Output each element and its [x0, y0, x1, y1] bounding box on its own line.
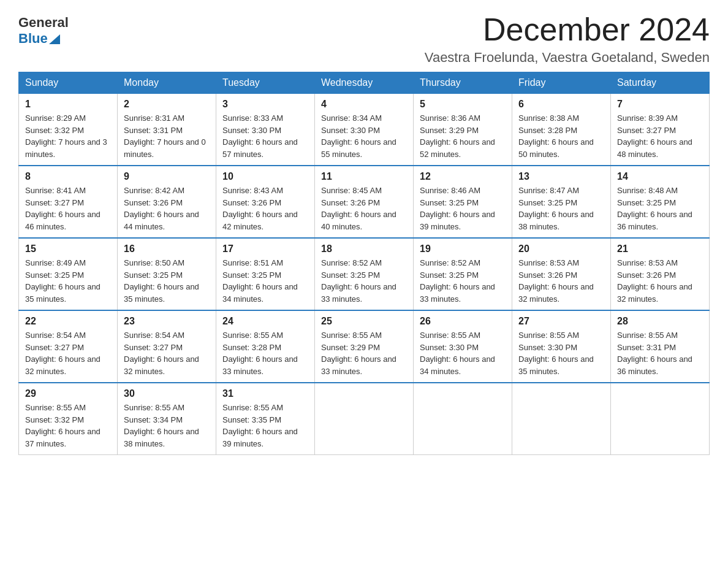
day-info: Sunrise: 8:47 AMSunset: 3:25 PMDaylight:…: [518, 185, 604, 232]
weekday-header-monday: Monday: [118, 72, 216, 94]
day-number: 2: [124, 99, 210, 110]
calendar-cell: 7 Sunrise: 8:39 AMSunset: 3:27 PMDayligh…: [611, 94, 710, 166]
day-info: Sunrise: 8:48 AMSunset: 3:25 PMDaylight:…: [617, 185, 703, 232]
day-number: 7: [617, 99, 703, 110]
day-info: Sunrise: 8:33 AMSunset: 3:30 PMDaylight:…: [222, 112, 308, 160]
calendar-cell: 27 Sunrise: 8:55 AMSunset: 3:30 PMDaylig…: [512, 310, 611, 383]
day-number: 4: [321, 99, 407, 110]
calendar-cell: 23 Sunrise: 8:54 AMSunset: 3:27 PMDaylig…: [118, 310, 216, 383]
calendar-cell: 20 Sunrise: 8:53 AMSunset: 3:26 PMDaylig…: [512, 238, 611, 310]
calendar-cell: 21 Sunrise: 8:53 AMSunset: 3:26 PMDaylig…: [611, 238, 710, 310]
calendar-cell: 9 Sunrise: 8:42 AMSunset: 3:26 PMDayligh…: [118, 166, 216, 238]
day-info: Sunrise: 8:38 AMSunset: 3:28 PMDaylight:…: [518, 112, 604, 160]
calendar-week-row: 29 Sunrise: 8:55 AMSunset: 3:32 PMDaylig…: [19, 383, 710, 455]
day-number: 9: [124, 171, 210, 182]
calendar-cell: 17 Sunrise: 8:51 AMSunset: 3:25 PMDaylig…: [216, 238, 315, 310]
day-info: Sunrise: 8:46 AMSunset: 3:25 PMDaylight:…: [420, 185, 506, 232]
day-info: Sunrise: 8:55 AMSunset: 3:32 PMDaylight:…: [25, 402, 111, 450]
day-number: 22: [25, 316, 111, 327]
day-info: Sunrise: 8:51 AMSunset: 3:25 PMDaylight:…: [222, 257, 308, 305]
calendar-cell: 29 Sunrise: 8:55 AMSunset: 3:32 PMDaylig…: [19, 383, 118, 455]
day-info: Sunrise: 8:53 AMSunset: 3:26 PMDaylight:…: [518, 257, 604, 305]
day-info: Sunrise: 8:49 AMSunset: 3:25 PMDaylight:…: [25, 257, 111, 305]
day-number: 18: [321, 243, 407, 255]
calendar-cell: [512, 383, 611, 455]
day-number: 15: [25, 243, 111, 255]
calendar-week-row: 15 Sunrise: 8:49 AMSunset: 3:25 PMDaylig…: [19, 238, 710, 310]
logo-triangle-icon: [48, 32, 61, 45]
day-info: Sunrise: 8:53 AMSunset: 3:26 PMDaylight:…: [617, 257, 703, 305]
calendar-cell: 18 Sunrise: 8:52 AMSunset: 3:25 PMDaylig…: [315, 238, 414, 310]
day-number: 23: [124, 316, 210, 327]
calendar-cell: 19 Sunrise: 8:52 AMSunset: 3:25 PMDaylig…: [414, 238, 512, 310]
day-info: Sunrise: 8:54 AMSunset: 3:27 PMDaylight:…: [25, 329, 111, 377]
month-title: December 2024: [425, 12, 710, 47]
logo: General Blue: [18, 12, 69, 47]
day-info: Sunrise: 8:55 AMSunset: 3:28 PMDaylight:…: [222, 329, 308, 377]
day-info: Sunrise: 8:55 AMSunset: 3:34 PMDaylight:…: [124, 402, 210, 450]
calendar-cell: 2 Sunrise: 8:31 AMSunset: 3:31 PMDayligh…: [118, 94, 216, 166]
calendar-cell: 8 Sunrise: 8:41 AMSunset: 3:27 PMDayligh…: [19, 166, 118, 238]
day-info: Sunrise: 8:34 AMSunset: 3:30 PMDaylight:…: [321, 112, 407, 160]
weekday-header-saturday: Saturday: [611, 72, 710, 94]
day-number: 19: [420, 243, 506, 255]
day-number: 27: [518, 316, 604, 327]
day-info: Sunrise: 8:55 AMSunset: 3:30 PMDaylight:…: [518, 329, 604, 377]
day-info: Sunrise: 8:50 AMSunset: 3:25 PMDaylight:…: [124, 257, 210, 305]
day-info: Sunrise: 8:29 AMSunset: 3:32 PMDaylight:…: [25, 112, 111, 160]
title-area: December 2024 Vaestra Froelunda, Vaestra…: [425, 12, 710, 66]
day-number: 13: [518, 171, 604, 182]
calendar-cell: 12 Sunrise: 8:46 AMSunset: 3:25 PMDaylig…: [414, 166, 512, 238]
day-info: Sunrise: 8:55 AMSunset: 3:35 PMDaylight:…: [222, 402, 308, 450]
day-number: 17: [222, 243, 308, 255]
calendar-cell: 6 Sunrise: 8:38 AMSunset: 3:28 PMDayligh…: [512, 94, 611, 166]
calendar-cell: 4 Sunrise: 8:34 AMSunset: 3:30 PMDayligh…: [315, 94, 414, 166]
calendar-cell: 26 Sunrise: 8:55 AMSunset: 3:30 PMDaylig…: [414, 310, 512, 383]
day-info: Sunrise: 8:54 AMSunset: 3:27 PMDaylight:…: [124, 329, 210, 377]
day-number: 31: [222, 388, 308, 399]
calendar-cell: 15 Sunrise: 8:49 AMSunset: 3:25 PMDaylig…: [19, 238, 118, 310]
day-number: 24: [222, 316, 308, 327]
location-title: Vaestra Froelunda, Vaestra Goetaland, Sw…: [425, 50, 710, 66]
calendar-cell: 5 Sunrise: 8:36 AMSunset: 3:29 PMDayligh…: [414, 94, 512, 166]
day-number: 26: [420, 316, 506, 327]
calendar-cell: 14 Sunrise: 8:48 AMSunset: 3:25 PMDaylig…: [611, 166, 710, 238]
calendar-week-row: 1 Sunrise: 8:29 AMSunset: 3:32 PMDayligh…: [19, 94, 710, 166]
day-info: Sunrise: 8:31 AMSunset: 3:31 PMDaylight:…: [124, 112, 210, 160]
day-number: 11: [321, 171, 407, 182]
day-number: 6: [518, 99, 604, 110]
day-number: 12: [420, 171, 506, 182]
weekday-header-thursday: Thursday: [414, 72, 512, 94]
day-number: 10: [222, 171, 308, 182]
weekday-header-tuesday: Tuesday: [216, 72, 315, 94]
calendar-cell: [611, 383, 710, 455]
calendar-cell: 22 Sunrise: 8:54 AMSunset: 3:27 PMDaylig…: [19, 310, 118, 383]
svg-marker-0: [49, 34, 60, 44]
day-info: Sunrise: 8:52 AMSunset: 3:25 PMDaylight:…: [420, 257, 506, 305]
calendar-table: SundayMondayTuesdayWednesdayThursdayFrid…: [18, 72, 710, 455]
day-info: Sunrise: 8:45 AMSunset: 3:26 PMDaylight:…: [321, 185, 407, 232]
calendar-cell: 3 Sunrise: 8:33 AMSunset: 3:30 PMDayligh…: [216, 94, 315, 166]
calendar-cell: [315, 383, 414, 455]
day-info: Sunrise: 8:55 AMSunset: 3:29 PMDaylight:…: [321, 329, 407, 377]
day-number: 21: [617, 243, 703, 255]
calendar-cell: 13 Sunrise: 8:47 AMSunset: 3:25 PMDaylig…: [512, 166, 611, 238]
day-info: Sunrise: 8:41 AMSunset: 3:27 PMDaylight:…: [25, 185, 111, 232]
calendar-cell: 25 Sunrise: 8:55 AMSunset: 3:29 PMDaylig…: [315, 310, 414, 383]
calendar-cell: 11 Sunrise: 8:45 AMSunset: 3:26 PMDaylig…: [315, 166, 414, 238]
logo-blue-text: Blue: [18, 31, 48, 47]
weekday-header-row: SundayMondayTuesdayWednesdayThursdayFrid…: [19, 72, 710, 94]
day-number: 14: [617, 171, 703, 182]
day-info: Sunrise: 8:39 AMSunset: 3:27 PMDaylight:…: [617, 112, 703, 160]
page-header: General Blue December 2024 Vaestra Froel…: [18, 12, 710, 66]
logo-general-text: General: [18, 15, 69, 31]
day-number: 8: [25, 171, 111, 182]
day-number: 3: [222, 99, 308, 110]
calendar-week-row: 8 Sunrise: 8:41 AMSunset: 3:27 PMDayligh…: [19, 166, 710, 238]
day-info: Sunrise: 8:55 AMSunset: 3:31 PMDaylight:…: [617, 329, 703, 377]
day-info: Sunrise: 8:55 AMSunset: 3:30 PMDaylight:…: [420, 329, 506, 377]
weekday-header-wednesday: Wednesday: [315, 72, 414, 94]
weekday-header-sunday: Sunday: [19, 72, 118, 94]
logo-icon: General Blue: [18, 15, 69, 47]
day-info: Sunrise: 8:52 AMSunset: 3:25 PMDaylight:…: [321, 257, 407, 305]
